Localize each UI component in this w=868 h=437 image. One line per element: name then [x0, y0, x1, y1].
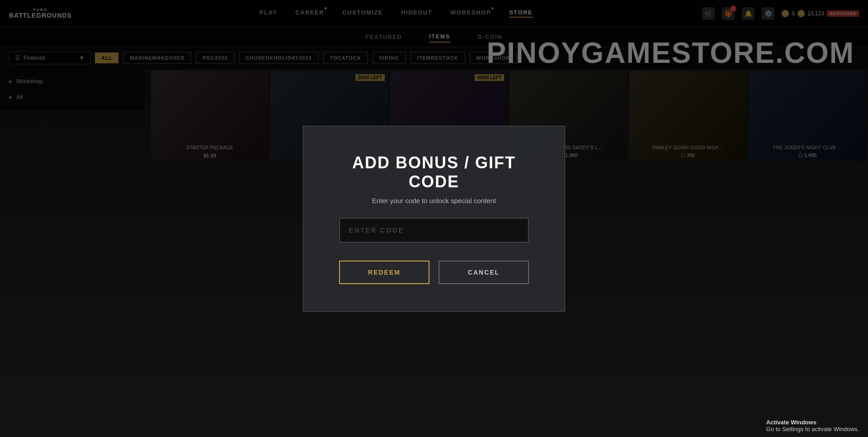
modal-title: ADD BONUS / GIFT CODE [340, 153, 528, 191]
code-input[interactable] [340, 218, 528, 242]
gift-code-modal: ADD BONUS / GIFT CODE Enter your code to… [303, 126, 565, 312]
redeem-button[interactable]: REDEEM [339, 261, 429, 284]
activate-windows-notice: Activate Windows Go to Settings to activ… [766, 419, 859, 432]
cancel-button[interactable]: CANCEL [439, 261, 529, 284]
activate-windows-title: Activate Windows [766, 419, 859, 426]
activate-windows-subtitle: Go to Settings to activate Windows. [766, 426, 859, 432]
modal-subtitle: Enter your code to unlock special conten… [372, 197, 496, 204]
modal-buttons: REDEEM CANCEL [340, 261, 528, 284]
modal-overlay: ADD BONUS / GIFT CODE Enter your code to… [0, 0, 868, 437]
